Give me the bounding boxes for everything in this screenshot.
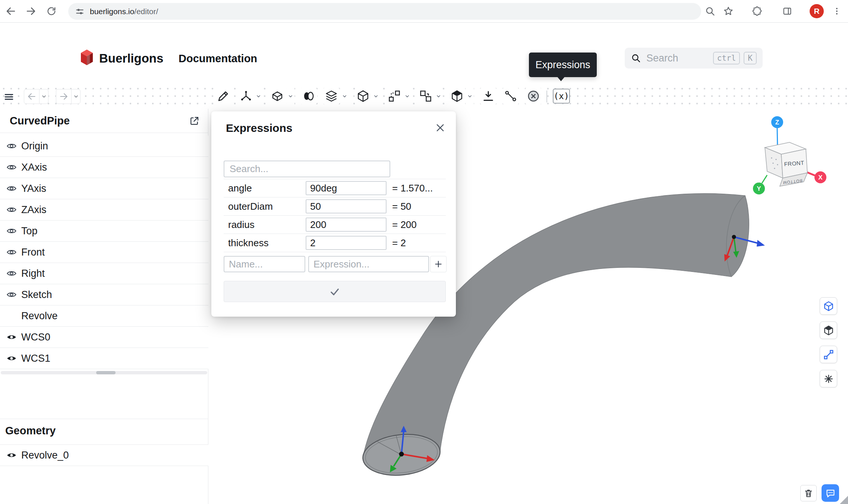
chevron-down-icon (436, 93, 441, 99)
tree-scrollbar[interactable] (1, 371, 207, 374)
asterisk-icon (823, 373, 834, 384)
tree-item-wcs1[interactable]: WCS1 (0, 348, 208, 369)
snap-points-button[interactable] (820, 370, 837, 387)
eye-icon[interactable] (6, 247, 17, 257)
eye-icon[interactable] (6, 450, 17, 460)
new-expression-value-input[interactable] (308, 256, 429, 272)
eye-icon[interactable] (6, 183, 17, 194)
tool-associate-curve[interactable] (502, 88, 519, 105)
tree-item-front[interactable]: Front (0, 242, 208, 263)
eye-icon[interactable] (6, 332, 17, 342)
site-settings-icon[interactable] (75, 7, 85, 16)
download-icon (482, 89, 495, 103)
tooltip-label: Expressions (535, 59, 590, 71)
expressions-button[interactable]: (x) (553, 89, 570, 104)
profile-avatar[interactable]: R (810, 4, 824, 18)
forward-arrow-icon (25, 6, 37, 17)
open-external-button[interactable] (186, 113, 202, 129)
tool-extrude-box-dropdown[interactable] (286, 88, 294, 105)
main-menu-button[interactable] (1, 89, 16, 104)
nav-documentation[interactable]: Documentation (179, 53, 257, 65)
tool-solid-cube[interactable] (448, 88, 466, 105)
plus-icon (434, 259, 443, 269)
tool-datum-axis[interactable] (237, 88, 255, 105)
eye-icon[interactable] (6, 141, 17, 151)
browser-forward-button[interactable] (23, 3, 39, 19)
part-title: CurvedPipe (10, 115, 70, 127)
tree-item-zaxis[interactable]: ZAxis (0, 199, 208, 221)
eye-icon[interactable] (6, 268, 17, 279)
tree-scrollbar-thumb[interactable] (96, 371, 116, 374)
expression-row-outerdiam: outerDiam = 50 (224, 197, 446, 216)
view-shaded-button[interactable] (820, 321, 837, 339)
tree-item-revolve[interactable]: Revolve (0, 305, 208, 327)
view-cube[interactable]: FRONT BOTTOM Z X Y (753, 116, 826, 194)
tool-sketch-pen[interactable] (215, 88, 232, 105)
tool-solid-cube-dropdown[interactable] (466, 88, 474, 105)
confirm-button[interactable] (224, 281, 446, 302)
curve-nodes-icon (504, 89, 517, 103)
eye-icon[interactable] (6, 353, 17, 364)
add-expression-button[interactable] (430, 256, 447, 272)
tool-transform-copy[interactable] (417, 88, 434, 105)
undo-dropdown[interactable] (39, 89, 48, 104)
side-panel-button[interactable] (779, 3, 795, 19)
tool-extrude-box[interactable] (269, 88, 286, 105)
tool-transform-copy-dropdown[interactable] (434, 88, 442, 105)
geometry-section-title: Geometry (5, 425, 56, 437)
tree-item-wcs0[interactable]: WCS0 (0, 327, 208, 348)
browser-reload-button[interactable] (43, 3, 60, 19)
measure-button[interactable] (820, 346, 837, 363)
tool-slice-layers[interactable] (323, 88, 340, 105)
tool-download-export[interactable] (480, 88, 497, 105)
delete-button[interactable] (800, 485, 817, 501)
search-placeholder: Search (646, 53, 678, 64)
chevron-down-icon (467, 93, 473, 99)
tool-wireframe-cube[interactable] (354, 88, 372, 105)
tree-item-top[interactable]: Top (0, 221, 208, 242)
eye-icon[interactable] (6, 289, 17, 300)
dialog-close-button[interactable] (435, 123, 445, 133)
expression-value-input[interactable] (306, 199, 387, 213)
redo-button[interactable] (56, 89, 71, 104)
expression-search-input[interactable] (224, 161, 390, 177)
chevron-down-icon (73, 93, 79, 99)
view-isometric-button[interactable] (820, 297, 837, 315)
tree-item-sketch[interactable]: Sketch (0, 284, 208, 305)
bookmark-star-button[interactable] (720, 3, 737, 19)
tool-datum-axis-dropdown[interactable] (254, 88, 262, 105)
redo-dropdown[interactable] (71, 89, 80, 104)
tool-slice-layers-dropdown[interactable] (340, 88, 349, 105)
expression-result: = 200 (392, 219, 417, 231)
expression-value-input[interactable] (306, 218, 387, 232)
tree-item-yaxis[interactable]: YAxis (0, 178, 208, 199)
check-icon (329, 286, 341, 298)
eye-icon[interactable] (6, 226, 17, 236)
trash-icon (803, 488, 814, 498)
tool-boolean[interactable] (300, 88, 317, 105)
zoom-button[interactable] (702, 3, 718, 19)
undo-button[interactable] (24, 89, 39, 104)
tool-cancel[interactable] (525, 88, 542, 105)
eye-icon[interactable] (6, 205, 17, 215)
tree-item-origin[interactable]: Origin (0, 136, 208, 157)
browser-menu-button[interactable] (829, 3, 845, 19)
global-search[interactable]: Search ctrl K (625, 48, 763, 69)
brand-title: Buerligons (99, 51, 163, 66)
expression-value-input[interactable] (306, 236, 387, 250)
tool-wireframe-cube-dropdown[interactable] (372, 88, 380, 105)
chat-button[interactable] (822, 484, 839, 502)
expression-value-input[interactable] (306, 181, 387, 195)
tool-linear-pattern[interactable] (386, 88, 403, 105)
tool-linear-pattern-dropdown[interactable] (403, 88, 411, 105)
new-expression-name-input[interactable] (224, 256, 305, 272)
address-bar[interactable]: buerligons.io/editor/ (68, 3, 701, 20)
extensions-button[interactable] (749, 3, 765, 19)
tree-item-right[interactable]: Right (0, 263, 208, 284)
hamburger-icon (3, 91, 15, 102)
chevron-down-icon (342, 93, 347, 99)
eye-icon[interactable] (6, 162, 17, 172)
browser-back-button[interactable] (3, 3, 19, 19)
tree-item-xaxis[interactable]: XAxis (0, 157, 208, 178)
tree-item-revolve0[interactable]: Revolve_0 (0, 445, 208, 466)
